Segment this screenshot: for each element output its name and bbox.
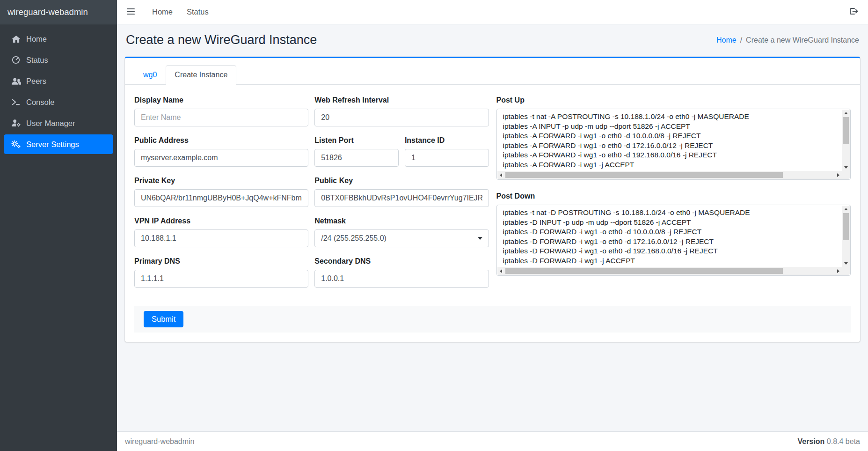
scrollbar-track[interactable] (842, 213, 850, 260)
navbar-link-status[interactable]: Status (180, 7, 216, 16)
post-up-label: Post Up (496, 96, 851, 104)
brand-text: wireguard-webadmin (7, 7, 88, 17)
logout-button[interactable] (844, 4, 859, 20)
public-key-field: Public Key (314, 177, 489, 207)
sidebar-item-label: Home (26, 35, 47, 44)
user-manager-icon (9, 119, 22, 127)
instance-id-field: Instance ID (405, 136, 489, 167)
breadcrumb-separator: / (740, 36, 742, 44)
private-key-field: Private Key (134, 177, 308, 207)
sidebar-item-label: User Manager (26, 119, 75, 128)
scroll-up-button[interactable] (842, 110, 849, 117)
brand[interactable]: wireguard-webadmin (0, 0, 117, 24)
sidebar-item-status[interactable]: Status (4, 50, 113, 70)
submit-button[interactable]: Submit (144, 311, 183, 327)
scrollbar-thumb[interactable] (843, 213, 849, 240)
content-header: Create a new WireGuard Instance Home / C… (126, 33, 859, 47)
netmask-label: Netmask (314, 217, 489, 225)
main-area: Home Status Create a new WireGuard Insta… (117, 0, 868, 451)
logout-icon (849, 7, 858, 17)
horizontal-scrollbar[interactable] (497, 171, 842, 179)
sidebar-item-home[interactable]: Home (4, 29, 113, 49)
scrollbar-corner (842, 267, 850, 275)
scroll-left-button[interactable] (497, 267, 504, 274)
private-key-input[interactable] (134, 189, 308, 207)
sidebar-item-peers[interactable]: Peers (4, 71, 113, 91)
post-down-field: Post Down iptables -t nat -D POSTROUTING… (496, 192, 851, 276)
netmask-field: Netmask /24 (255.255.255.0) (314, 217, 489, 247)
sidebar-item-server-settings[interactable]: Server Settings (4, 134, 113, 154)
vertical-scrollbar[interactable] (842, 110, 850, 171)
scroll-right-button[interactable] (835, 171, 842, 178)
sidebar: wireguard-webadmin Home Status Peers (0, 0, 117, 451)
scrollbar-thumb[interactable] (843, 117, 849, 144)
hamburger-icon (127, 8, 135, 16)
peers-icon (9, 77, 22, 85)
web-refresh-interval-label: Web Refresh Interval (314, 96, 489, 104)
secondary-dns-label: Secondary DNS (314, 257, 489, 266)
sidebar-item-label: Peers (26, 77, 46, 86)
sidebar-item-label: Status (26, 56, 48, 65)
horizontal-scrollbar[interactable] (497, 267, 842, 275)
vertical-scrollbar[interactable] (842, 206, 850, 267)
page-footer: wireguard-webadmin Version 0.8.4 beta (117, 431, 868, 451)
tab-create-instance[interactable]: Create Instance (166, 65, 236, 85)
instance-card: wg0 Create Instance Display Name (125, 57, 860, 342)
arrow-down-icon (844, 166, 848, 169)
navbar-link-home[interactable]: Home (145, 7, 180, 16)
instance-form: Display Name Web Refresh Interval (125, 85, 860, 333)
scroll-right-button[interactable] (835, 267, 842, 274)
page-title: Create a new WireGuard Instance (126, 33, 317, 47)
scrollbar-thumb[interactable] (505, 172, 783, 178)
listen-port-field: Listen Port (314, 136, 399, 167)
vpn-ip-input[interactable] (134, 229, 308, 247)
scroll-down-button[interactable] (842, 164, 849, 171)
instance-tabs: wg0 Create Instance (125, 58, 860, 85)
sidebar-nav: Home Status Peers Console (0, 24, 117, 159)
public-key-input[interactable] (314, 189, 489, 207)
post-down-textarea[interactable]: iptables -t nat -D POSTROUTING -s 10.188… (496, 205, 851, 276)
sidebar-item-console[interactable]: Console (4, 92, 113, 112)
listen-port-label: Listen Port (314, 136, 399, 145)
display-name-input[interactable] (134, 109, 308, 126)
tab-wg0[interactable]: wg0 (134, 65, 166, 85)
arrow-up-icon (844, 208, 848, 210)
server-settings-icon (9, 140, 22, 148)
content-area: Create a new WireGuard Instance Home / C… (117, 24, 868, 431)
sidebar-item-label: Server Settings (26, 140, 79, 149)
scrollbar-thumb[interactable] (505, 268, 783, 274)
scrollbar-track[interactable] (504, 267, 835, 275)
web-refresh-interval-input[interactable] (314, 109, 489, 126)
private-key-label: Private Key (134, 177, 308, 185)
footer-version-value: 0.8.4 beta (827, 437, 860, 445)
top-navbar: Home Status (117, 0, 868, 24)
form-right-column: Post Up iptables -t nat -A POSTROUTING -… (496, 96, 851, 297)
arrow-right-icon (837, 173, 839, 177)
instance-id-label: Instance ID (405, 136, 489, 145)
scroll-down-button[interactable] (842, 260, 849, 267)
netmask-select[interactable]: /24 (255.255.255.0) (314, 229, 489, 247)
breadcrumb-home-link[interactable]: Home (716, 36, 737, 44)
post-up-textarea[interactable]: iptables -t nat -A POSTROUTING -s 10.188… (496, 109, 851, 180)
post-up-content: iptables -t nat -A POSTROUTING -s 10.188… (503, 112, 839, 170)
secondary-dns-input[interactable] (314, 270, 489, 288)
public-address-label: Public Address (134, 136, 308, 145)
arrow-down-icon (844, 262, 848, 265)
secondary-dns-field: Secondary DNS (314, 257, 489, 288)
scroll-up-button[interactable] (842, 206, 849, 213)
listen-port-input[interactable] (314, 149, 399, 167)
console-icon (9, 98, 22, 106)
public-key-label: Public Key (314, 177, 489, 185)
sidebar-item-user-manager[interactable]: User Manager (4, 113, 113, 133)
primary-dns-input[interactable] (134, 270, 308, 288)
footer-version: Version 0.8.4 beta (798, 437, 860, 446)
netmask-selected-value: /24 (255.255.255.0) (321, 234, 387, 243)
public-address-input[interactable] (134, 149, 308, 167)
scrollbar-track[interactable] (842, 117, 850, 164)
instance-id-input[interactable] (405, 149, 489, 167)
sidebar-toggle-button[interactable] (126, 5, 139, 19)
scrollbar-track[interactable] (504, 171, 835, 179)
primary-dns-field: Primary DNS (134, 257, 308, 288)
scroll-left-button[interactable] (497, 171, 504, 178)
footer-app-name: wireguard-webadmin (125, 437, 195, 446)
